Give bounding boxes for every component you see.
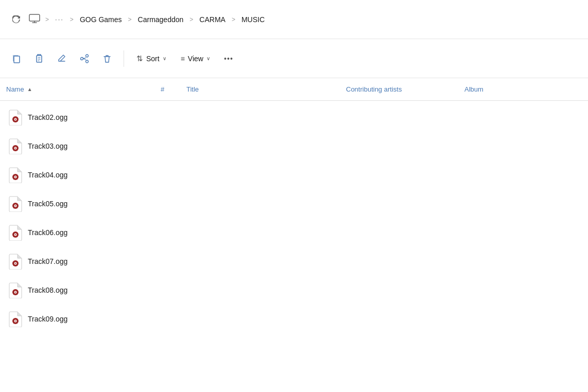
sort-label: Sort (146, 55, 160, 63)
paste-button[interactable] (29, 48, 49, 69)
column-name-sort-arrow: ▲ (27, 86, 32, 92)
breadcrumb-carmageddon[interactable]: Carmageddon (135, 13, 187, 26)
view-chevron-icon: ∨ (206, 56, 210, 61)
file-name: Track02.ogg (28, 113, 67, 121)
sort-button[interactable]: ⇅ Sort ∨ (130, 48, 172, 69)
svg-point-11 (15, 176, 16, 177)
share-button[interactable] (74, 48, 95, 69)
ogg-file-icon (8, 224, 23, 241)
file-name: Track04.ogg (28, 171, 67, 179)
ogg-file-icon (8, 109, 23, 126)
svg-point-17 (15, 234, 16, 235)
svg-rect-1 (14, 56, 20, 63)
separator-1: > (44, 16, 50, 23)
column-title-header[interactable]: Title (186, 83, 346, 95)
ogg-file-icon (8, 138, 23, 154)
file-name: Track06.ogg (28, 228, 67, 237)
table-row[interactable]: Track07.ogg (2, 247, 586, 276)
table-row[interactable]: Track05.ogg (2, 189, 586, 218)
copy-path-button[interactable] (6, 48, 27, 69)
file-icon-cell: Track03.ogg (8, 138, 163, 154)
file-icon-cell: Track02.ogg (8, 109, 163, 126)
file-icon-cell: Track08.ogg (8, 282, 163, 298)
column-title-label: Title (186, 85, 199, 93)
table-row[interactable]: Track04.ogg (2, 161, 586, 189)
svg-point-8 (15, 148, 16, 149)
file-icon-cell: Track09.ogg (8, 311, 163, 327)
column-album-label: Album (464, 85, 483, 93)
column-headers: Name ▲ # Title Contributing artists Albu… (0, 78, 588, 101)
more-options-button[interactable]: ••• (218, 48, 239, 69)
column-name-label: Name (6, 85, 24, 93)
svg-point-5 (15, 119, 16, 120)
breadcrumb-carma[interactable]: CARMA (196, 13, 229, 26)
file-list: Track02.ogg Track03.ogg (0, 101, 588, 335)
more-icon: ••• (224, 55, 233, 63)
file-name: Track07.ogg (28, 257, 67, 265)
file-icon-cell: Track06.ogg (8, 224, 163, 241)
ogg-file-icon (8, 253, 23, 270)
toolbar: ⇅ Sort ∨ ≡ View ∨ ••• (0, 39, 588, 78)
column-name-header[interactable]: Name ▲ (6, 83, 161, 95)
sort-chevron-icon: ∨ (163, 56, 166, 61)
computer-icon[interactable] (27, 12, 42, 27)
file-icon-cell: Track04.ogg (8, 167, 163, 183)
ogg-file-icon (8, 195, 23, 212)
ogg-file-icon (8, 311, 23, 327)
view-label: View (188, 55, 203, 63)
toolbar-divider (124, 50, 124, 67)
column-contributing-label: Contributing artists (346, 85, 402, 93)
file-name: Track09.ogg (28, 315, 67, 323)
svg-point-20 (15, 263, 16, 264)
separator-5: > (231, 16, 236, 23)
view-icon: ≡ (181, 55, 185, 63)
table-row[interactable]: Track03.ogg (2, 132, 586, 161)
sort-icon: ⇅ (136, 54, 143, 63)
svg-rect-0 (29, 14, 40, 21)
column-album-header[interactable]: Album (464, 83, 582, 95)
svg-point-14 (15, 205, 16, 206)
ogg-file-icon (8, 282, 23, 298)
view-button[interactable]: ≡ View ∨ (175, 48, 216, 69)
breadcrumb-gog-games[interactable]: GOG Games (77, 13, 125, 26)
ogg-file-icon (8, 167, 23, 183)
table-row[interactable]: Track06.ogg (2, 218, 586, 247)
breadcrumb-more[interactable]: ··· (52, 13, 67, 25)
breadcrumb-music[interactable]: MUSIC (238, 13, 268, 26)
file-icon-cell: Track07.ogg (8, 253, 163, 270)
file-icon-cell: Track05.ogg (8, 195, 163, 212)
separator-4: > (188, 16, 194, 23)
table-row[interactable]: Track08.ogg (2, 276, 586, 305)
file-name: Track03.ogg (28, 142, 67, 150)
table-row[interactable]: Track09.ogg (2, 305, 586, 333)
separator-3: > (127, 16, 133, 23)
delete-button[interactable] (97, 48, 117, 69)
address-bar: > ··· > GOG Games > Carmageddon > CARMA … (0, 0, 588, 39)
column-number-label: # (161, 85, 164, 93)
column-contributing-header[interactable]: Contributing artists (346, 83, 464, 95)
file-name: Track05.ogg (28, 200, 67, 208)
column-number-header[interactable]: # (161, 83, 186, 95)
refresh-button[interactable] (8, 11, 25, 28)
file-name: Track08.ogg (28, 286, 67, 294)
rename-button[interactable] (51, 48, 72, 69)
separator-2: > (69, 16, 75, 23)
svg-point-23 (15, 292, 16, 293)
table-row[interactable]: Track02.ogg (2, 103, 586, 132)
svg-point-26 (15, 320, 16, 322)
